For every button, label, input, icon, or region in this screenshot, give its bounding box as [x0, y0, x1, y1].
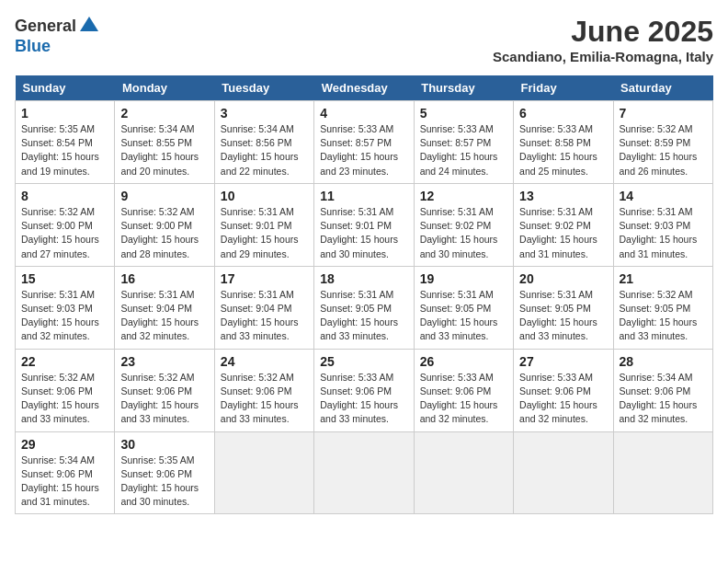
calendar-cell-4: 4 Sunrise: 5:33 AMSunset: 8:57 PMDayligh… [314, 101, 414, 184]
title-block: June 2025 Scandiano, Emilia-Romagna, Ita… [493, 15, 713, 64]
calendar-cell-15: 15 Sunrise: 5:31 AMSunset: 9:03 PMDaylig… [16, 266, 115, 349]
calendar-cell-16: 16 Sunrise: 5:31 AMSunset: 9:04 PMDaylig… [115, 266, 214, 349]
logo: General Blue [15, 15, 100, 56]
calendar-cell-27: 27 Sunrise: 5:33 AMSunset: 9:06 PMDaylig… [514, 349, 613, 431]
calendar-cell-18: 18 Sunrise: 5:31 AMSunset: 9:05 PMDaylig… [314, 266, 414, 349]
calendar-cell-25: 25 Sunrise: 5:33 AMSunset: 9:06 PMDaylig… [314, 349, 414, 431]
calendar-cell-10: 10 Sunrise: 5:31 AMSunset: 9:01 PMDaylig… [214, 183, 313, 266]
calendar-subtitle: Scandiano, Emilia-Romagna, Italy [493, 49, 713, 64]
week-row-1: 1 Sunrise: 5:35 AMSunset: 8:54 PMDayligh… [16, 101, 713, 184]
calendar-cell-5: 5 Sunrise: 5:33 AMSunset: 8:57 PMDayligh… [414, 101, 513, 184]
logo-general: General [15, 17, 76, 36]
calendar-cell-6: 6 Sunrise: 5:33 AMSunset: 8:58 PMDayligh… [514, 101, 613, 184]
logo-blue: Blue [15, 37, 51, 56]
calendar-cell-empty-4-5 [514, 431, 613, 514]
calendar-table: Sunday Monday Tuesday Wednesday Thursday… [15, 75, 713, 514]
header-row: Sunday Monday Tuesday Wednesday Thursday… [16, 75, 713, 101]
week-row-3: 15 Sunrise: 5:31 AMSunset: 9:03 PMDaylig… [16, 266, 713, 349]
page-header: General Blue June 2025 Scandiano, Emilia… [15, 15, 713, 64]
calendar-cell-24: 24 Sunrise: 5:32 AMSunset: 9:06 PMDaylig… [214, 349, 313, 431]
week-row-5: 29 Sunrise: 5:34 AMSunset: 9:06 PMDaylig… [16, 431, 713, 514]
calendar-cell-11: 11 Sunrise: 5:31 AMSunset: 9:01 PMDaylig… [314, 183, 414, 266]
col-thursday: Thursday [414, 75, 513, 101]
calendar-title: June 2025 [493, 15, 713, 49]
calendar-cell-22: 22 Sunrise: 5:32 AMSunset: 9:06 PMDaylig… [16, 349, 115, 431]
calendar-cell-12: 12 Sunrise: 5:31 AMSunset: 9:02 PMDaylig… [414, 183, 513, 266]
col-monday: Monday [115, 75, 214, 101]
week-row-2: 8 Sunrise: 5:32 AMSunset: 9:00 PMDayligh… [16, 183, 713, 266]
col-saturday: Saturday [613, 75, 712, 101]
calendar-cell-empty-4-4 [414, 431, 513, 514]
calendar-cell-21: 21 Sunrise: 5:32 AMSunset: 9:05 PMDaylig… [613, 266, 712, 349]
calendar-cell-8: 8 Sunrise: 5:32 AMSunset: 9:00 PMDayligh… [16, 183, 115, 266]
calendar-cell-13: 13 Sunrise: 5:31 AMSunset: 9:02 PMDaylig… [514, 183, 613, 266]
calendar-cell-17: 17 Sunrise: 5:31 AMSunset: 9:04 PMDaylig… [214, 266, 313, 349]
week-row-4: 22 Sunrise: 5:32 AMSunset: 9:06 PMDaylig… [16, 349, 713, 431]
calendar-cell-23: 23 Sunrise: 5:32 AMSunset: 9:06 PMDaylig… [115, 349, 214, 431]
col-wednesday: Wednesday [314, 75, 414, 101]
calendar-cell-1: 1 Sunrise: 5:35 AMSunset: 8:54 PMDayligh… [16, 101, 115, 184]
col-friday: Friday [514, 75, 613, 101]
calendar-cell-7: 7 Sunrise: 5:32 AMSunset: 8:59 PMDayligh… [613, 101, 712, 184]
calendar-cell-9: 9 Sunrise: 5:32 AMSunset: 9:00 PMDayligh… [115, 183, 214, 266]
calendar-cell-14: 14 Sunrise: 5:31 AMSunset: 9:03 PMDaylig… [613, 183, 712, 266]
col-sunday: Sunday [16, 75, 115, 101]
calendar-cell-19: 19 Sunrise: 5:31 AMSunset: 9:05 PMDaylig… [414, 266, 513, 349]
calendar-cell-3: 3 Sunrise: 5:34 AMSunset: 8:56 PMDayligh… [214, 101, 313, 184]
calendar-cell-empty-4-3 [314, 431, 414, 514]
calendar-cell-29: 29 Sunrise: 5:34 AMSunset: 9:06 PMDaylig… [16, 431, 115, 514]
calendar-cell-empty-4-6 [613, 431, 712, 514]
col-tuesday: Tuesday [214, 75, 313, 101]
calendar-cell-30: 30 Sunrise: 5:35 AMSunset: 9:06 PMDaylig… [115, 431, 214, 514]
calendar-cell-20: 20 Sunrise: 5:31 AMSunset: 9:05 PMDaylig… [514, 266, 613, 349]
logo-icon [78, 15, 100, 37]
svg-marker-0 [80, 17, 98, 31]
calendar-cell-26: 26 Sunrise: 5:33 AMSunset: 9:06 PMDaylig… [414, 349, 513, 431]
calendar-cell-2: 2 Sunrise: 5:34 AMSunset: 8:55 PMDayligh… [115, 101, 214, 184]
calendar-cell-28: 28 Sunrise: 5:34 AMSunset: 9:06 PMDaylig… [613, 349, 712, 431]
calendar-cell-empty-4-2 [214, 431, 313, 514]
